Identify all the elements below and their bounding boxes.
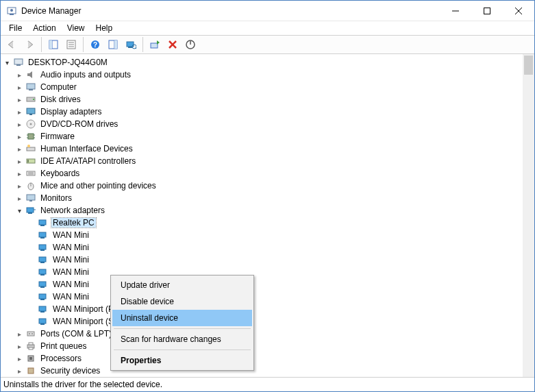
chevron-right-icon[interactable]: ▸ <box>14 70 24 79</box>
tree-item-wan1[interactable]: WAN Mini <box>2 229 534 241</box>
tree-item-security[interactable]: ▸Security devices <box>2 365 534 377</box>
menu-action[interactable]: Action <box>27 22 61 34</box>
svg-rect-79 <box>29 347 33 350</box>
chevron-right-icon[interactable]: ▸ <box>14 107 24 117</box>
svg-rect-53 <box>27 208 34 212</box>
forward-button[interactable] <box>21 36 38 53</box>
tree-item-computer[interactable]: ▸Computer <box>2 81 534 93</box>
tree-item-network[interactable]: ▾Network adapters <box>2 204 534 217</box>
security-icon <box>25 365 36 376</box>
tree-item-ports[interactable]: ▸Ports (COM & LPT) <box>2 328 534 340</box>
chevron-right-icon[interactable]: ▸ <box>14 329 24 339</box>
context-scan-hardware[interactable]: Scan for hardware changes <box>112 331 252 347</box>
menu-view[interactable]: View <box>62 22 90 34</box>
tree-item-dvd[interactable]: ▸DVD/CD-ROM drives <box>2 118 534 130</box>
tree-item-printq[interactable]: ▸Print queues <box>2 340 534 352</box>
tree-item-disk[interactable]: ▸Disk drives <box>2 93 534 106</box>
tree-item-wan3[interactable]: WAN Mini <box>2 254 534 266</box>
chevron-right-icon[interactable]: ▸ <box>14 144 24 154</box>
tree-item-monitors[interactable]: ▸Monitors <box>2 192 534 204</box>
svg-rect-4 <box>484 8 490 14</box>
tree-item-wan6[interactable]: WAN Mini <box>2 291 534 303</box>
svg-rect-72 <box>39 319 46 323</box>
chevron-down-icon[interactable]: ▾ <box>2 58 12 67</box>
chevron-right-icon[interactable]: ▸ <box>14 119 24 129</box>
network-icon <box>25 205 36 216</box>
chevron-right-icon[interactable]: ▸ <box>14 341 24 351</box>
network-adapter-icon <box>38 279 49 290</box>
svg-rect-82 <box>28 368 34 373</box>
properties-button[interactable] <box>63 36 79 53</box>
svg-point-43 <box>27 145 30 147</box>
svg-text:?: ? <box>93 41 97 49</box>
svg-line-22 <box>136 48 136 49</box>
network-adapter-icon <box>38 291 49 302</box>
svg-rect-59 <box>40 237 45 238</box>
disk-icon <box>25 94 36 105</box>
statusbar-text: Uninstalls the driver for the selected d… <box>3 380 162 389</box>
chevron-right-icon[interactable]: ▸ <box>14 82 24 92</box>
svg-rect-28 <box>16 64 21 66</box>
scan-hardware-button[interactable] <box>123 36 139 53</box>
update-driver-button[interactable] <box>147 36 163 53</box>
tree-item-wan4[interactable]: WAN Mini <box>2 266 534 278</box>
uninstall-button[interactable] <box>164 36 181 53</box>
content-area: ▾ DESKTOP-JQ44G0M ▸Audio inputs and outp… <box>1 54 534 378</box>
disable-button[interactable] <box>182 36 199 53</box>
svg-rect-60 <box>39 245 46 249</box>
close-button[interactable] <box>503 1 534 21</box>
chevron-down-icon[interactable]: ▾ <box>14 206 24 215</box>
tree-item-wan-pptp[interactable]: WAN Miniport (PPTP) <box>2 303 534 315</box>
network-adapter-icon <box>38 254 49 265</box>
mouse-icon <box>25 180 36 191</box>
tree-item-realtek[interactable]: Realtek PC <box>2 217 534 229</box>
context-separator <box>114 328 251 329</box>
tree-item-wan5[interactable]: WAN Mini <box>2 278 534 291</box>
chevron-right-icon[interactable]: ▸ <box>14 169 24 178</box>
chevron-right-icon[interactable]: ▸ <box>14 156 24 166</box>
tree-root[interactable]: ▾ DESKTOP-JQ44G0M <box>2 56 534 69</box>
action-pane-button[interactable] <box>105 36 121 53</box>
tree-item-display[interactable]: ▸Display adapters <box>2 106 534 118</box>
tree-item-wan2[interactable]: WAN Mini <box>2 241 534 254</box>
device-tree[interactable]: ▾ DESKTOP-JQ44G0M ▸Audio inputs and outp… <box>1 54 534 377</box>
chevron-right-icon[interactable]: ▸ <box>14 132 24 141</box>
chevron-right-icon[interactable]: ▸ <box>14 181 24 191</box>
chevron-right-icon[interactable]: ▸ <box>14 354 24 363</box>
help-button[interactable]: ? <box>87 36 103 53</box>
svg-rect-62 <box>39 257 46 262</box>
context-disable-device[interactable]: Disable device <box>112 293 252 310</box>
minimize-button[interactable] <box>440 1 471 21</box>
svg-rect-18 <box>114 40 117 49</box>
vertical-scrollbar[interactable] <box>523 54 534 377</box>
chevron-right-icon[interactable]: ▸ <box>14 95 24 104</box>
tree-item-keyboards[interactable]: ▸Keyboards <box>2 167 534 180</box>
tree-item-wan-sstp[interactable]: WAN Miniport (SSTP) <box>2 315 534 328</box>
svg-point-32 <box>33 99 34 100</box>
speaker-icon <box>25 69 36 80</box>
maximize-button[interactable] <box>471 1 503 21</box>
tree-item-audio[interactable]: ▸Audio inputs and outputs <box>2 69 534 81</box>
svg-rect-69 <box>40 299 45 300</box>
svg-rect-63 <box>40 262 45 263</box>
menu-help[interactable]: Help <box>90 22 119 34</box>
tree-item-mice[interactable]: ▸Mice and other pointing devices <box>2 180 534 192</box>
menu-file[interactable]: File <box>3 22 27 34</box>
monitor-icon <box>25 82 36 93</box>
svg-rect-20 <box>128 47 132 48</box>
context-uninstall-device[interactable]: Uninstall device <box>112 310 252 326</box>
back-button[interactable] <box>3 36 20 53</box>
tree-item-processors[interactable]: ▸Processors <box>2 352 534 365</box>
tree-item-firmware[interactable]: ▸Firmware <box>2 130 534 143</box>
chevron-right-icon[interactable]: ▸ <box>14 366 24 376</box>
monitor-icon <box>25 193 36 204</box>
show-hide-console-tree-button[interactable] <box>45 36 62 53</box>
scrollbar-thumb[interactable] <box>524 56 533 75</box>
svg-rect-70 <box>39 306 46 311</box>
context-update-driver[interactable]: Update driver <box>112 277 252 293</box>
tree-item-hid[interactable]: ▸Human Interface Devices <box>2 143 534 155</box>
display-adapter-icon <box>25 106 36 117</box>
chevron-right-icon[interactable]: ▸ <box>14 193 24 203</box>
tree-item-ide[interactable]: ▸IDE ATA/ATAPI controllers <box>2 155 534 167</box>
context-properties[interactable]: Properties <box>112 352 252 369</box>
